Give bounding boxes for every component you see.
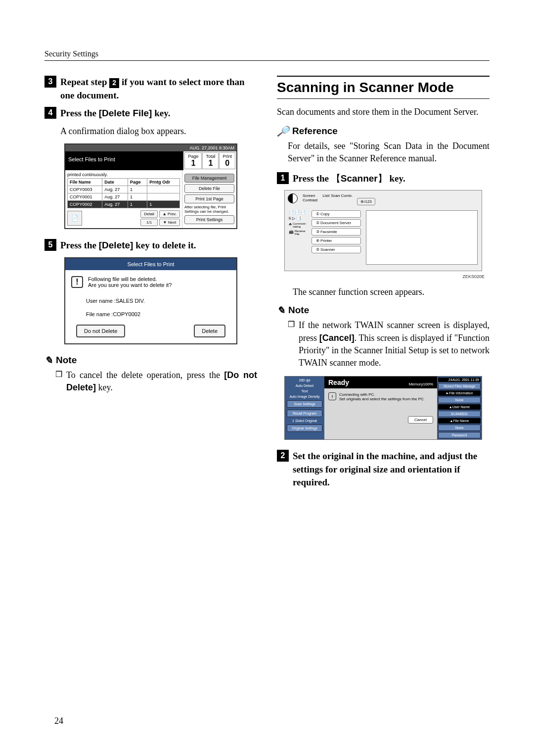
doc-icon: 📄 [289,210,294,215]
step2-text: Set the original in the machine, and adj… [293,450,490,489]
ss4-datetime: 24AUG. 2001 11:39 [438,378,481,382]
ss1-page-label: Page [188,154,198,159]
step4-subtext: A confirmation dialog box appears. [60,125,257,138]
ss2-title: Select Files to Print [65,258,236,270]
ss1-file-table: File Name Date Page Prntg Odr COPY0003Au… [67,178,180,208]
ss1-total-value: 1 [206,159,215,168]
table-row-selected[interactable]: COPY0002Aug. 2711 [68,200,180,208]
printer-func[interactable]: ④ Printer [312,237,361,244]
bracket-left: 【 [331,173,341,184]
col-date[interactable]: Date [102,178,128,186]
step-num-1: 1 [277,172,289,184]
step3-pre: Repeat step [60,77,109,87]
ss2-filename: File name :COPY0002 [86,311,230,317]
step1-subtext: The scanner function screen appears. [293,286,490,298]
sided-label: 1 Sided Original [287,419,322,423]
scan-name-button[interactable]: SCAN0031 [438,411,481,417]
screen-label: Screen [303,193,317,198]
none-button[interactable]: None [438,397,481,403]
ss3-code: ZEKS020E [277,274,490,279]
ready-label: Ready [328,378,349,386]
store-button[interactable]: ⊕/123 [357,198,375,205]
delete-file-button[interactable]: Delete File [184,184,234,193]
section-title: Scanning in Scanner Mode [277,76,490,99]
density-label: Auto Image Density [287,395,322,398]
ss2-username: User name :SALES DIV. [86,298,230,304]
original-settings-button[interactable]: Original Settings [287,425,322,432]
table-row[interactable]: COPY0003Aug. 271 [68,186,180,193]
note-heading-right: ✎ Note [277,304,490,316]
ss1-title: Select Files to Print [65,151,183,170]
next-button[interactable]: ▼ Next [159,219,180,226]
step-5: 5 Press the [Delete] key to delete it. [44,239,257,252]
step1-post: key. [387,173,405,184]
step-2-right: 2 Set the original in the machine, and a… [277,450,490,489]
table-row[interactable]: COPY0001Aug. 271 [68,193,180,200]
reference-icon: 🔎 [277,125,289,137]
fax-func[interactable]: ③ Facsimile [312,228,361,236]
ss1-datetime: AUG. 27,2001 8:30AM [65,144,236,151]
step-num-3: 3 [44,76,56,88]
scan-settings-button[interactable]: Scan Settings [287,400,322,408]
bullet-icon: ❒ [55,369,62,394]
right-column: Scanning in Scanner Mode Scan documents … [277,76,490,494]
note-pre: To cancel the delete operation, press th… [66,370,224,380]
left-column: 3 Repeat step 2 if you want to select mo… [44,76,257,494]
none2-button[interactable]: None [438,425,481,431]
screenshot-select-files: AUG. 27,2001 8:30AM Select Files to Prin… [64,143,237,229]
note-icon: ✎ [277,304,285,316]
recall-program-button[interactable]: Recall Program [287,410,322,417]
step-4: 4 Press the [Delete File] key. [44,107,257,120]
thumbnail-icon[interactable]: 📄 [67,211,82,226]
col-order[interactable]: Prntg Odr [147,178,180,186]
print-1st-page-button[interactable]: Print 1st Page [184,194,234,203]
store-label: List/ Scan Comb. [322,193,375,198]
delete-key: [Delete] [99,240,134,250]
page-fraction: 1/1 [140,219,157,226]
doc-icon: 📄 [295,210,300,215]
delete-file-key: [Delete File] [99,108,152,118]
contrast-icon[interactable] [288,193,298,203]
col-filename[interactable]: File Name [68,178,102,186]
ss1-subhead: printed continuously. [67,172,180,177]
intro-text: Scan documents and store them in the Doc… [277,106,490,118]
step-num-2: 2 [277,450,289,462]
stored-files-button[interactable]: Stored Files Manage [438,383,481,389]
detail-button[interactable]: Detail [140,210,157,218]
docserver-func[interactable]: ② Document Server [312,219,361,227]
reference-body: For details, see "Storing Scan Data in t… [288,140,490,165]
print-settings-button[interactable]: Print Settings [184,215,234,224]
ss4-msg1: Connecting with PC. [339,392,425,397]
memory-label: Memory100% [409,382,433,386]
ss2-msg2: Are you sure you want to delete it? [88,282,172,288]
password-button[interactable]: Password [438,432,481,438]
step4-pre: Press the [60,108,99,118]
cancel-button[interactable]: Cancel [408,416,433,424]
scanner-func[interactable]: ⑤ Scanner [312,246,361,253]
ss1-print-value: 0 [222,159,232,168]
step4-post: key. [152,108,170,118]
step-num-5: 5 [44,239,56,251]
warning-icon: ! [71,276,83,288]
step-3: 3 Repeat step 2 if you want to select mo… [44,76,257,102]
ss1-hint-text: After selecting file, Print Settings can… [184,205,234,214]
ss1-total-label: Total [206,154,215,159]
file-info-label: ►File Information [438,390,481,396]
step-num-4: 4 [44,107,56,119]
doc-icon: 📄 [301,210,306,215]
file-management-button[interactable]: File Management [184,174,234,183]
step-1-right: 1 Press the 【Scanner】 key. [277,172,490,186]
prev-button[interactable]: ▲ Prev. [159,210,180,218]
step1-pre: Press the [293,173,331,184]
contrast-label: Contrast [303,198,317,202]
note-label: Note [56,355,77,366]
delete-button[interactable]: Delete [194,325,225,337]
do-not-delete-button[interactable]: Do not Delete [76,325,125,337]
note-post: key. [96,382,113,392]
bracket-right: 】 [378,173,387,184]
text-label: Text [287,389,322,393]
reference-label: Reference [292,126,338,137]
col-page[interactable]: Page [128,178,147,186]
screenshot-scanner-ready: 200 dpi Auto Detect Text Auto Image Dens… [284,376,482,440]
copy-func[interactable]: ① Copy [312,210,361,218]
